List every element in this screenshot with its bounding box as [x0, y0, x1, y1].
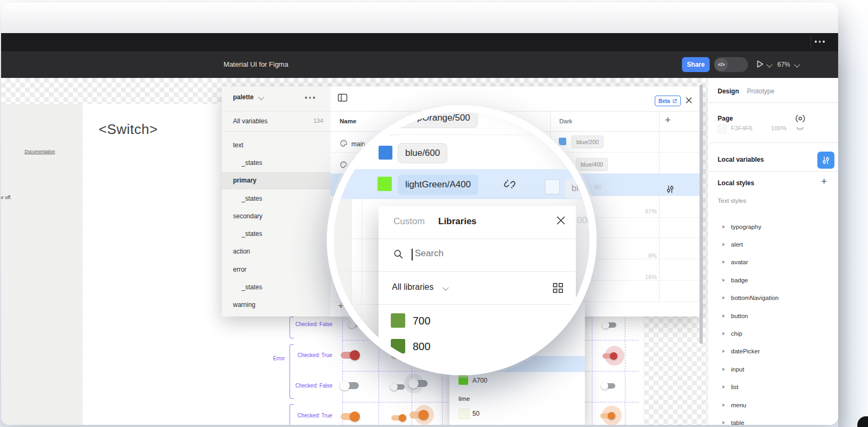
local-styles-label: Local styles — [718, 179, 754, 187]
library-item[interactable]: 700 — [413, 315, 430, 327]
annotation-gridline — [592, 302, 592, 425]
app-window: Material UI for Figma Share </> 67% Docu… — [1, 3, 838, 425]
play-chevron-icon[interactable] — [766, 61, 772, 67]
page-color-swatch[interactable] — [718, 124, 727, 133]
annotation-bracket — [290, 317, 294, 338]
expand-triangle-icon[interactable] — [722, 225, 725, 228]
expand-triangle-icon[interactable] — [722, 260, 725, 264]
play-icon[interactable] — [756, 59, 764, 69]
add-column-button[interactable]: + — [665, 114, 671, 126]
panel-toggle-icon[interactable] — [337, 93, 348, 102]
search-input[interactable] — [414, 248, 533, 259]
text-style-item[interactable]: button — [708, 307, 838, 325]
expand-triangle-icon[interactable] — [722, 368, 725, 371]
text-style-item[interactable]: avatar — [708, 254, 838, 271]
eye-off-icon[interactable] — [795, 124, 805, 132]
annotation-label: Checked: False — [295, 321, 332, 327]
more-menu-icon[interactable] — [815, 41, 825, 43]
column-divider — [659, 111, 660, 302]
main-toolbar: Material UI for Figma Share </> 67% — [1, 51, 838, 78]
close-icon[interactable] — [556, 215, 566, 226]
annotation-label: Checked: True — [298, 413, 332, 418]
magnified-chip: blue/600 — [398, 143, 447, 163]
expand-triangle-icon[interactable] — [722, 350, 725, 353]
divider — [379, 239, 576, 239]
expand-triangle-icon[interactable] — [722, 421, 725, 424]
text-style-item[interactable]: list — [708, 378, 838, 396]
tab-prototype[interactable]: Prototype — [747, 88, 774, 95]
palette-group-item[interactable]: _states — [222, 225, 331, 242]
text-style-item[interactable]: alert — [708, 235, 838, 253]
divider — [379, 304, 576, 305]
text-style-item[interactable]: datePicker — [708, 343, 838, 360]
tab-custom[interactable]: Custom — [393, 216, 425, 227]
palette-group-item[interactable]: action — [222, 243, 331, 260]
palette-group-item[interactable]: text — [222, 136, 331, 154]
collection-more-icon[interactable] — [305, 97, 315, 99]
name-column-header[interactable]: Name — [340, 118, 356, 124]
add-style-button[interactable]: + — [821, 176, 827, 187]
expand-triangle-icon[interactable] — [722, 404, 725, 407]
expand-triangle-icon[interactable] — [722, 243, 725, 246]
text-style-item[interactable]: table — [708, 414, 838, 425]
library-item[interactable]: 800 — [413, 341, 430, 353]
color-swatch[interactable] — [559, 138, 566, 145]
dark-column-header[interactable]: Dark — [559, 118, 572, 124]
text-style-item[interactable]: typography — [708, 218, 838, 235]
tab-libraries[interactable]: Libraries — [438, 216, 477, 227]
palette-group-item[interactable]: secondary — [222, 207, 331, 225]
share-button[interactable]: Share — [682, 57, 710, 72]
collection-title[interactable]: palette — [233, 93, 254, 101]
external-link-icon — [672, 99, 677, 104]
sliders-icon[interactable] — [666, 185, 674, 194]
text-cursor — [412, 249, 413, 260]
page-color-hex[interactable]: F3F4F6 — [731, 125, 752, 131]
zoom-chevron-icon[interactable] — [794, 61, 800, 67]
palette-group-item[interactable]: error — [222, 260, 331, 278]
divider — [379, 271, 576, 272]
grid-view-icon[interactable] — [552, 282, 564, 294]
expand-triangle-icon[interactable] — [722, 332, 725, 335]
text-style-item[interactable]: input — [708, 360, 838, 378]
expand-triangle-icon[interactable] — [722, 279, 725, 282]
ghost-chip-suffix: 50 — [594, 184, 601, 190]
dev-mode-toggle[interactable]: </> — [714, 57, 748, 72]
design-canvas[interactable]: Documentation or off. <Switch> Checked: … — [1, 78, 838, 425]
all-variables-item[interactable]: All variables — [233, 117, 268, 125]
tab-design[interactable]: Design — [718, 88, 739, 95]
palette-group-item[interactable]: _states — [222, 278, 331, 296]
variable-chip[interactable]: blue/200 — [572, 136, 604, 148]
text-style-item[interactable]: badge — [708, 271, 838, 289]
text-style-item[interactable]: menu — [708, 396, 838, 414]
palette-group-item[interactable]: _states — [222, 189, 331, 207]
beta-badge[interactable]: Beta — [655, 96, 681, 106]
palette-group-item[interactable]: primary — [222, 172, 331, 189]
variable-modes-icon[interactable] — [795, 113, 806, 124]
local-variables-button[interactable] — [817, 152, 834, 169]
library-filter[interactable]: All libraries — [392, 282, 433, 292]
library-item[interactable]: A700 — [472, 377, 487, 384]
expand-triangle-icon[interactable] — [722, 385, 725, 389]
library-group-label: lime — [459, 396, 470, 402]
palette-group-item[interactable]: warning — [222, 296, 331, 314]
page-opacity[interactable]: 100% — [771, 125, 786, 131]
expand-triangle-icon[interactable] — [722, 296, 725, 299]
zoom-level[interactable]: 67% — [777, 61, 790, 68]
documentation-link[interactable]: Documentation — [25, 149, 55, 154]
text-style-item[interactable]: bottomNavigation — [708, 289, 838, 307]
page-color-row[interactable]: F3F4F6 100% — [718, 124, 830, 133]
variable-chip[interactable]: blue/400 — [576, 158, 608, 171]
divider — [708, 102, 838, 103]
add-variable-button[interactable]: + — [338, 300, 344, 312]
expand-triangle-icon[interactable] — [722, 314, 725, 318]
text-style-item[interactable]: chip — [708, 325, 838, 342]
magnified-ghost-swatch — [545, 179, 560, 194]
canvas-scrollbar[interactable] — [700, 84, 703, 344]
close-icon[interactable] — [685, 97, 693, 104]
palette-group-item[interactable]: _states — [222, 154, 331, 171]
filter-chevron-icon[interactable] — [443, 284, 448, 290]
color-swatch — [459, 375, 468, 385]
variable-name[interactable]: main — [351, 140, 365, 148]
local-variables-label: Local variables — [718, 156, 764, 163]
library-item[interactable]: 50 — [472, 410, 479, 417]
